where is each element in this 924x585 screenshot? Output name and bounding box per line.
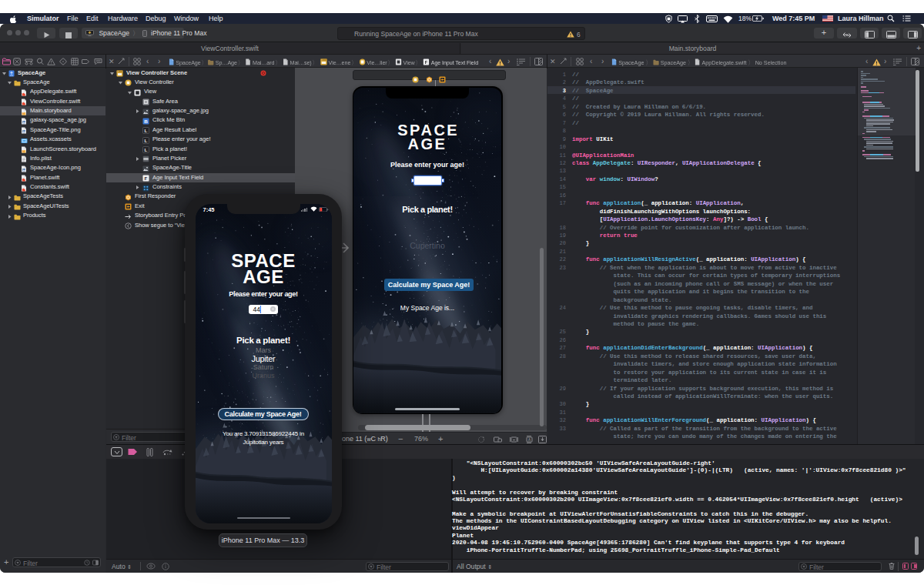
svg-text:L: L	[145, 137, 148, 142]
svg-text:A: A	[528, 437, 531, 441]
svg-text:B: B	[144, 119, 148, 124]
svg-text:F: F	[425, 59, 428, 64]
svg-text:L: L	[145, 147, 148, 152]
svg-text:F: F	[145, 176, 148, 181]
svg-text:L: L	[145, 128, 148, 133]
